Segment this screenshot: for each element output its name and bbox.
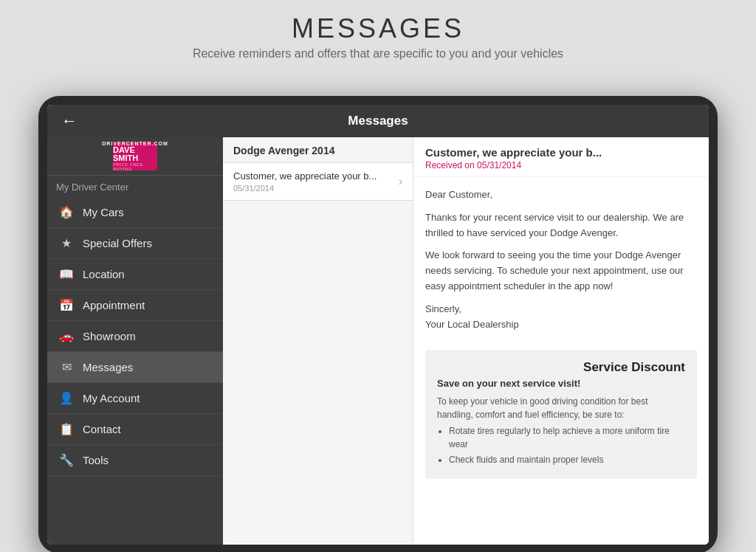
message-list-header: Dodge Avenger 2014 bbox=[223, 137, 413, 163]
service-discount-bullet-1: Rotate tires regularly to help achieve a… bbox=[449, 424, 685, 451]
back-arrow-icon: ← bbox=[61, 111, 78, 131]
message-item-title: Customer, we appreciate your b... bbox=[233, 170, 393, 182]
star-icon: ★ bbox=[58, 236, 75, 250]
envelope-icon: ✉ bbox=[58, 360, 75, 374]
sidebar-item-contact[interactable]: 📋 Contact bbox=[47, 414, 223, 445]
topbar-title: Messages bbox=[92, 114, 664, 128]
sidebar-item-my-account[interactable]: 👤 My Account bbox=[47, 383, 223, 414]
logo-text-sub: PRICE FREE BUYING bbox=[113, 162, 157, 171]
sidebar-label-my-cars: My Cars bbox=[83, 206, 124, 218]
back-button[interactable]: ← bbox=[47, 111, 92, 131]
sidebar-label-contact: Contact bbox=[83, 423, 121, 435]
sidebar-item-my-cars[interactable]: 🏠 My Cars bbox=[47, 197, 223, 228]
calendar-icon: 📅 bbox=[58, 298, 75, 312]
home-icon: 🏠 bbox=[58, 205, 75, 219]
sidebar-label-showroom: Showroom bbox=[83, 330, 136, 342]
sidebar-item-tools[interactable]: 🔧 Tools bbox=[47, 445, 223, 476]
sidebar-label-messages: Messages bbox=[83, 361, 133, 373]
tools-icon: 🔧 bbox=[58, 453, 75, 467]
page-header: MESSAGES Receive reminders and offers th… bbox=[0, 0, 756, 71]
sidebar-logo: DRIVERCENTER.COM DAVE SMITH PRICE FREE B… bbox=[47, 137, 223, 176]
message-item-content: Customer, we appreciate your b... 05/31/… bbox=[233, 170, 393, 193]
sidebar-item-appointment[interactable]: 📅 Appointment bbox=[47, 290, 223, 321]
message-item-date: 05/31/2014 bbox=[233, 184, 393, 193]
sidebar-label-my-account: My Account bbox=[83, 392, 140, 404]
message-list-header-title: Dodge Avenger 2014 bbox=[233, 145, 402, 156]
service-discount-bullet-2: Check fluids and maintain proper levels bbox=[449, 453, 685, 466]
page-title: MESSAGES bbox=[15, 13, 741, 44]
logo-text-main: DAVE SMITH bbox=[113, 146, 157, 162]
main-content: DRIVERCENTER.COM DAVE SMITH PRICE FREE B… bbox=[47, 137, 709, 545]
sidebar-driver-center-label: My Driver Center bbox=[47, 176, 223, 197]
message-detail-title: Customer, we appreciate your b... bbox=[425, 146, 697, 159]
message-list-panel: Dodge Avenger 2014 Customer, we apprecia… bbox=[223, 137, 413, 545]
sidebar-label-tools: Tools bbox=[83, 454, 109, 466]
logo-text-top: DRIVERCENTER.COM bbox=[102, 141, 168, 146]
sidebar-item-showroom[interactable]: 🚗 Showroom bbox=[47, 321, 223, 352]
sidebar-item-special-offers[interactable]: ★ Special Offers bbox=[47, 228, 223, 259]
contact-icon: 📋 bbox=[58, 422, 75, 436]
sidebar-label-special-offers: Special Offers bbox=[83, 237, 152, 249]
service-discount-bullets: Rotate tires regularly to help achieve a… bbox=[437, 424, 685, 466]
service-discount-card: Service Discount Save on your next servi… bbox=[425, 350, 697, 479]
message-para2: We look forward to seeing you the time y… bbox=[425, 248, 697, 294]
message-list-item[interactable]: Customer, we appreciate your b... 05/31/… bbox=[223, 163, 413, 201]
message-closing: Sincerly, Your Local Dealership bbox=[425, 302, 697, 333]
map-icon: 📖 bbox=[58, 267, 75, 281]
sidebar-label-appointment: Appointment bbox=[83, 299, 145, 311]
tablet-frame: ← Messages DRIVERCENTER.COM DAVE SMITH P… bbox=[38, 96, 718, 552]
logo-badge: DRIVERCENTER.COM DAVE SMITH PRICE FREE B… bbox=[113, 142, 157, 170]
message-detail-date: Received on 05/31/2014 bbox=[425, 160, 697, 170]
account-icon: 👤 bbox=[58, 391, 75, 405]
message-detail-panel: Customer, we appreciate your b... Receiv… bbox=[413, 137, 709, 545]
sidebar-label-location: Location bbox=[83, 268, 125, 280]
tablet-screen: ← Messages DRIVERCENTER.COM DAVE SMITH P… bbox=[47, 105, 709, 545]
message-detail-body: Dear Customer, Thanks for your recent se… bbox=[413, 177, 709, 350]
page-subtitle: Receive reminders and offers that are sp… bbox=[15, 47, 741, 61]
sidebar: DRIVERCENTER.COM DAVE SMITH PRICE FREE B… bbox=[47, 137, 223, 545]
chevron-right-icon: › bbox=[399, 175, 402, 188]
message-greeting: Dear Customer, bbox=[425, 187, 697, 203]
sidebar-item-messages[interactable]: ✉ Messages bbox=[47, 352, 223, 383]
service-discount-body: To keep your vehicle in good driving con… bbox=[437, 395, 685, 466]
message-detail-header: Customer, we appreciate your b... Receiv… bbox=[413, 137, 709, 177]
top-bar: ← Messages bbox=[47, 105, 709, 137]
service-discount-subtitle: Save on your next service visit! bbox=[437, 378, 685, 389]
service-discount-title: Service Discount bbox=[437, 360, 685, 375]
car-icon: 🚗 bbox=[58, 329, 75, 343]
sidebar-item-location[interactable]: 📖 Location bbox=[47, 259, 223, 290]
message-para1: Thanks for your recent service visit to … bbox=[425, 210, 697, 241]
